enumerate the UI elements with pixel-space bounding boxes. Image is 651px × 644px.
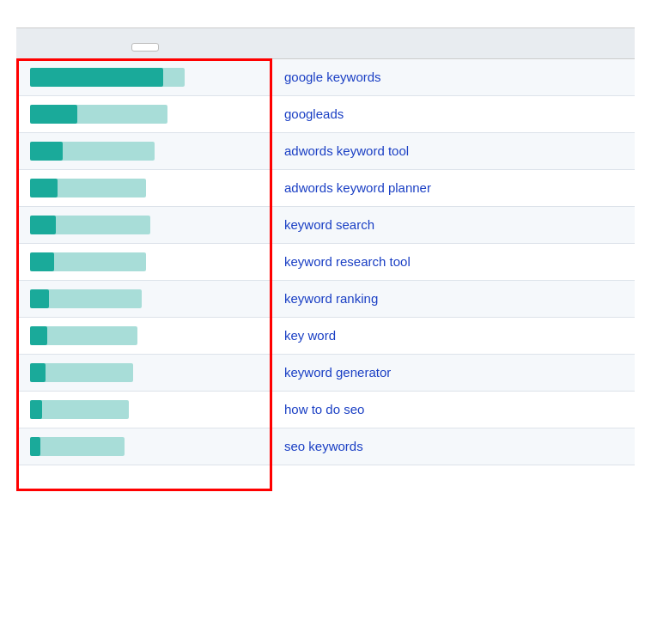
- phrase-link[interactable]: adwords keyword tool: [284, 143, 409, 158]
- phrase-cell: seo keywords: [274, 428, 635, 465]
- table-row: adwords keyword tool: [16, 133, 635, 170]
- bar-foreground: [30, 363, 46, 382]
- niche-bar-cell: [16, 392, 274, 428]
- phrase-link[interactable]: keyword search: [284, 217, 374, 232]
- bar-wrapper: [30, 252, 219, 271]
- bar-wrapper: [30, 400, 219, 419]
- header-top-row: [16, 17, 635, 28]
- bar-foreground: [30, 289, 49, 308]
- niche-bar-cell: [16, 244, 274, 281]
- bar-foreground: [30, 216, 56, 234]
- bar-foreground: [30, 68, 163, 87]
- niche-bar-cell: [16, 59, 274, 96]
- phrase-cell: keyword generator: [274, 355, 635, 392]
- phrase-link[interactable]: google keywords: [284, 70, 381, 84]
- table-row: seo keywords: [16, 428, 635, 465]
- phrase-cell: how to do seo: [274, 392, 635, 428]
- table-row: keyword research tool: [16, 244, 635, 281]
- phrase-link[interactable]: key word: [284, 328, 336, 343]
- phrase-link[interactable]: keyword generator: [284, 365, 391, 380]
- bar-wrapper: [30, 105, 219, 124]
- keyword-table: google keywordsgoogleadsadwords keyword …: [16, 17, 635, 465]
- bar-foreground: [30, 142, 63, 161]
- bar-wrapper: [30, 179, 219, 197]
- phrase-cell: keyword ranking: [274, 281, 635, 318]
- niche-bar-cell: [16, 96, 274, 133]
- phrase-cell: adwords keyword tool: [274, 133, 635, 170]
- niche-bar-cell: [16, 170, 274, 207]
- phrase-cell: adwords keyword planner: [274, 170, 635, 207]
- bar-wrapper: [30, 363, 219, 382]
- table-row: google keywords: [16, 59, 635, 96]
- niche-bar-cell: [16, 428, 274, 465]
- bar-background: [30, 437, 125, 456]
- table-body: google keywordsgoogleadsadwords keyword …: [16, 59, 635, 465]
- table-wrapper: google keywordsgoogleadsadwords keyword …: [16, 17, 635, 465]
- bar-foreground: [30, 437, 40, 456]
- table-row: adwords keyword planner: [16, 170, 635, 207]
- bar-background: [30, 400, 129, 419]
- niche-bar-cell: [16, 355, 274, 392]
- phrase-link[interactable]: googleads: [284, 106, 344, 121]
- niche-bar-cell: [16, 207, 274, 244]
- bar-foreground: [30, 105, 77, 124]
- bar-wrapper: [30, 437, 219, 456]
- bar-wrapper: [30, 142, 219, 161]
- empty-header: [16, 17, 274, 28]
- phrase-cell: key word: [274, 318, 635, 355]
- bar-wrapper: [30, 216, 219, 234]
- table-row: how to do seo: [16, 392, 635, 428]
- phrase-cell: keyword research tool: [274, 244, 635, 281]
- bar-foreground: [30, 252, 54, 271]
- bar-background: [30, 363, 133, 382]
- table-row: keyword search: [16, 207, 635, 244]
- phrase-link[interactable]: keyword research tool: [284, 254, 411, 269]
- phrase-cell: keyword search: [274, 207, 635, 244]
- phrase-cell: google keywords: [274, 59, 635, 96]
- table-row: key word: [16, 318, 635, 355]
- keyword-header: [274, 17, 635, 28]
- niche-bar-cell: [16, 318, 274, 355]
- niche-bar-cell: [16, 133, 274, 170]
- bar-foreground: [30, 326, 47, 345]
- niche-sort-button[interactable]: [131, 43, 159, 52]
- bar-wrapper: [30, 326, 219, 345]
- bar-foreground: [30, 400, 42, 419]
- header-sub-row: [16, 28, 635, 59]
- table-row: keyword generator: [16, 355, 635, 392]
- bar-wrapper: [30, 289, 219, 308]
- bar-foreground: [30, 179, 58, 197]
- niche-header-cell: [16, 28, 274, 59]
- phrase-link[interactable]: keyword ranking: [284, 291, 378, 306]
- table-row: keyword ranking: [16, 281, 635, 318]
- table-row: googleads: [16, 96, 635, 133]
- niche-bar-cell: [16, 281, 274, 318]
- phrase-link[interactable]: seo keywords: [284, 439, 363, 453]
- phrase-header-cell: [274, 28, 635, 59]
- phrase-cell: googleads: [274, 96, 635, 133]
- phrase-link[interactable]: adwords keyword planner: [284, 180, 431, 195]
- bar-wrapper: [30, 68, 219, 87]
- phrase-link[interactable]: how to do seo: [284, 402, 364, 416]
